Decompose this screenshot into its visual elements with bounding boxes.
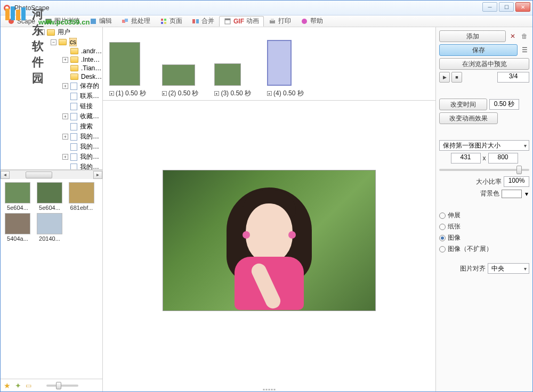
svg-rect-15	[192, 19, 195, 23]
tree-node[interactable]: 联系…	[80, 92, 99, 101]
tree-toggle[interactable]: +	[62, 83, 68, 89]
minimize-button[interactable]: ─	[482, 2, 497, 12]
tree-node[interactable]: 我的…	[80, 132, 99, 141]
tree-node[interactable]: .andr…	[81, 47, 102, 55]
fit-option[interactable]: 图像	[439, 232, 529, 243]
tab-print[interactable]: 打印	[264, 16, 296, 27]
radio-icon	[439, 235, 446, 241]
thumbnail[interactable]: 681ebf...	[67, 182, 96, 211]
folder-icon	[59, 39, 67, 45]
tree-node[interactable]: 保存的	[80, 81, 99, 91]
app-icon	[3, 4, 11, 12]
svg-rect-13	[161, 22, 163, 24]
frame-counter: 3/4	[497, 72, 529, 83]
folder-tree[interactable]: −用户 −cs.andr…+.Inte….Tian…Desk…+保存的联系…链接…	[1, 27, 102, 170]
dropdown-icon[interactable]: ▾	[524, 190, 529, 198]
tree-scrollbar[interactable]: ◄ ►	[1, 170, 102, 179]
tab-scape[interactable]: Scape	[3, 16, 40, 27]
play-icon: ▸	[109, 91, 114, 96]
tab-gif[interactable]: GIF 动画	[219, 16, 264, 27]
change-effect-button[interactable]: 改变动画效果	[439, 112, 498, 124]
file-icon	[70, 93, 77, 100]
tree-node[interactable]: 我的…	[80, 142, 99, 151]
play-icon: ▸	[267, 91, 272, 96]
tab-help[interactable]: 帮助	[296, 16, 328, 27]
frame-label: (4) 0.50 秒	[273, 89, 304, 98]
file-icon	[70, 113, 77, 120]
tree-node[interactable]: .Tian…	[81, 64, 101, 72]
fit-option[interactable]: 纸张	[439, 221, 529, 232]
align-select[interactable]: 中央	[488, 263, 529, 274]
tree-node[interactable]: Desk…	[81, 73, 102, 80]
preview-button[interactable]: 在浏览器中预览	[439, 58, 529, 70]
tree-node[interactable]: .Inte…	[81, 56, 100, 63]
save-button[interactable]: 保存	[439, 44, 518, 56]
tree-node[interactable]: 我的…	[80, 162, 99, 170]
thumbnail[interactable]: 20140...	[35, 213, 64, 242]
file-icon	[70, 143, 77, 151]
thumb-size-slider[interactable]	[46, 385, 78, 387]
stop-button[interactable]: ■	[451, 72, 462, 83]
thumbnail[interactable]: 5e604...	[35, 182, 64, 211]
bgcolor-label: 背景色	[480, 189, 499, 198]
close-button[interactable]: ✕	[515, 2, 530, 12]
fit-option[interactable]: 伸展	[439, 210, 529, 221]
tree-node[interactable]: 搜索	[80, 122, 93, 131]
scale-label: 大小比率	[476, 177, 502, 186]
tab-editor[interactable]: 编辑	[85, 16, 117, 27]
tree-toggle[interactable]: +	[62, 154, 68, 160]
file-icon	[70, 133, 77, 141]
play-button[interactable]: ▶	[439, 72, 450, 83]
resize-handle[interactable]	[263, 389, 276, 390]
svg-rect-14	[164, 22, 166, 24]
thumb-label: 5e604...	[35, 205, 64, 211]
tree-node[interactable]: 链接	[80, 102, 93, 111]
size-mode-select[interactable]: 保持第一张图片大小	[439, 140, 529, 151]
trash-icon[interactable]: 🗑	[520, 31, 529, 41]
frame-item[interactable]: ▸(1) 0.50 秒	[109, 42, 146, 98]
tree-toggle[interactable]: +	[62, 57, 68, 63]
tree-node-root[interactable]: 用户	[58, 28, 70, 37]
tree-node[interactable]: 收藏…	[80, 112, 99, 121]
canvas-area	[103, 101, 435, 391]
maximize-button[interactable]: ☐	[499, 2, 514, 12]
height-input[interactable]: 800	[488, 153, 518, 164]
width-input[interactable]: 431	[451, 153, 481, 164]
add-button[interactable]: 添加	[439, 30, 506, 42]
thumb-label: 681ebf...	[67, 205, 96, 211]
tree-node[interactable]: cs	[69, 38, 77, 46]
tab-viewer[interactable]: 图片浏览	[40, 16, 85, 27]
size-slider[interactable]	[439, 169, 529, 171]
frame-item[interactable]: ▸(2) 0.50 秒	[162, 64, 199, 98]
thumbnail[interactable]: 5404a...	[3, 213, 33, 242]
thumbnail[interactable]: 5e604...	[3, 182, 33, 211]
folder-icon	[70, 65, 78, 71]
tab-combine[interactable]: 合并	[187, 16, 219, 27]
star-icon[interactable]: ★	[4, 381, 11, 390]
frame-label: (1) 0.50 秒	[116, 89, 146, 98]
bgcolor-swatch[interactable]	[502, 190, 522, 198]
fit-option[interactable]: 图像（不扩展）	[439, 243, 529, 255]
tree-toggle[interactable]: −	[51, 39, 56, 45]
time-input[interactable]: 0.50 秒	[489, 99, 519, 110]
tree-toggle[interactable]: +	[62, 113, 68, 119]
delete-icon[interactable]: ✕	[508, 31, 518, 41]
change-time-button[interactable]: 改变时间	[439, 99, 487, 110]
svg-rect-16	[196, 19, 199, 23]
folder-icon	[70, 56, 78, 63]
folder-icon[interactable]: ▭	[26, 382, 31, 389]
tag-icon[interactable]: ✦	[15, 381, 21, 390]
tab-page[interactable]: 页面	[155, 16, 187, 27]
tab-bar: Scape 图片浏览 编辑 批处理 页面 合并 GIF 动画 打印 帮助	[1, 15, 532, 27]
tree-node[interactable]: 我的…	[80, 152, 99, 161]
tree-toggle[interactable]: +	[62, 134, 68, 140]
frame-item[interactable]: ▸(4) 0.50 秒	[267, 40, 304, 98]
scale-input[interactable]: 100%	[504, 176, 529, 187]
preview-canvas[interactable]	[163, 170, 376, 311]
thumb-label: 20140...	[35, 235, 64, 242]
tab-batch[interactable]: 批处理	[117, 16, 155, 27]
file-icon	[70, 103, 77, 110]
frame-label: (2) 0.50 秒	[168, 89, 199, 98]
frame-item[interactable]: ▸(3) 0.50 秒	[214, 63, 251, 98]
options-icon[interactable]: ☰	[520, 45, 529, 55]
